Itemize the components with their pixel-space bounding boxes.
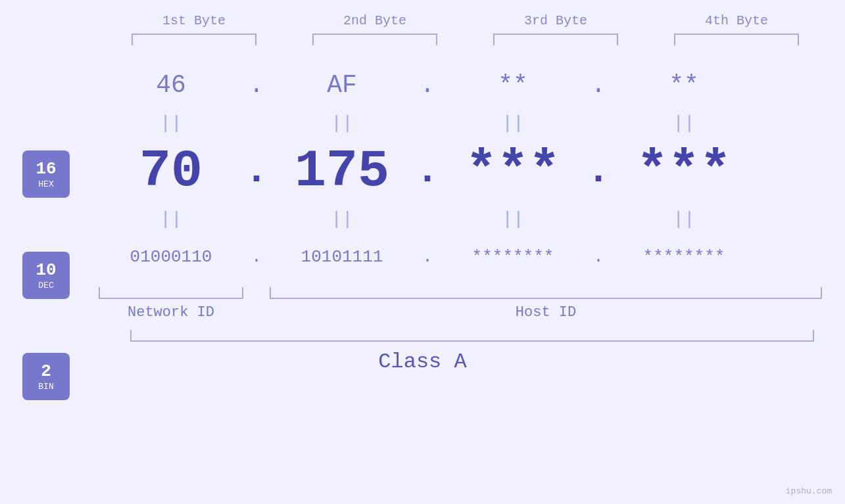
full-bracket-container — [130, 330, 814, 342]
bin-b3: ******** — [441, 247, 585, 267]
id-labels: Network ID Host ID — [99, 304, 822, 321]
hex-b1: 46 — [99, 71, 243, 99]
hex-row: 46 . AF . ** . ** — [99, 58, 822, 111]
network-id-label: Network ID — [99, 304, 243, 321]
dec-b2: 175 — [270, 141, 414, 201]
hex-b3: ** — [441, 71, 585, 99]
bottom-brackets-row — [99, 287, 822, 299]
full-bottom-bracket — [130, 330, 814, 342]
bin-row: 01000110 . 10101111 . ******** . — [99, 231, 822, 283]
bracket-network-id — [99, 287, 243, 299]
byte1-header: 1st Byte — [122, 13, 266, 28]
bracket-byte2 — [312, 34, 437, 45]
badges-column: 16 HEX 10 DEC 2 BIN — [0, 137, 92, 400]
equals-row-2: || || || || — [99, 207, 822, 231]
bin-b4: ******** — [612, 247, 756, 267]
bracket-host-id — [270, 287, 822, 299]
dec-row: 70 . 175 . *** . *** — [99, 135, 822, 207]
bin-badge: 2 BIN — [22, 353, 70, 400]
bin-b1: 01000110 — [99, 247, 243, 267]
byte3-header: 3rd Byte — [483, 13, 628, 28]
dec-b3: *** — [441, 141, 585, 201]
dec-badge: 10 DEC — [22, 252, 70, 299]
byte4-header: 4th Byte — [664, 13, 809, 28]
bin-b2: 10101111 — [270, 247, 414, 267]
grid-area: 46 . AF . ** . ** — [99, 58, 822, 321]
bin-badge-row: 2 BIN — [0, 353, 92, 400]
hex-badge-row: 16 HEX — [0, 150, 92, 198]
class-label: Class A — [378, 350, 466, 374]
hex-b2: AF — [270, 71, 414, 99]
dec-b1: 70 — [99, 141, 243, 201]
watermark: ipshu.com — [786, 486, 832, 496]
byte2-header: 2nd Byte — [302, 13, 447, 28]
host-id-label: Host ID — [270, 304, 822, 321]
top-brackets — [104, 34, 827, 45]
equals-row-1: || || || || — [99, 111, 822, 135]
bracket-byte4 — [674, 34, 799, 45]
main-container: 1st Byte 2nd Byte 3rd Byte 4th Byte 16 H… — [0, 0, 845, 504]
dec-badge-row: 10 DEC — [0, 252, 92, 299]
bracket-byte3 — [493, 34, 618, 45]
bracket-byte1 — [132, 34, 256, 45]
dec-b4: *** — [612, 141, 756, 201]
hex-b4: ** — [612, 71, 756, 99]
byte-headers: 1st Byte 2nd Byte 3rd Byte 4th Byte — [104, 13, 827, 28]
hex-badge: 16 HEX — [22, 150, 70, 198]
